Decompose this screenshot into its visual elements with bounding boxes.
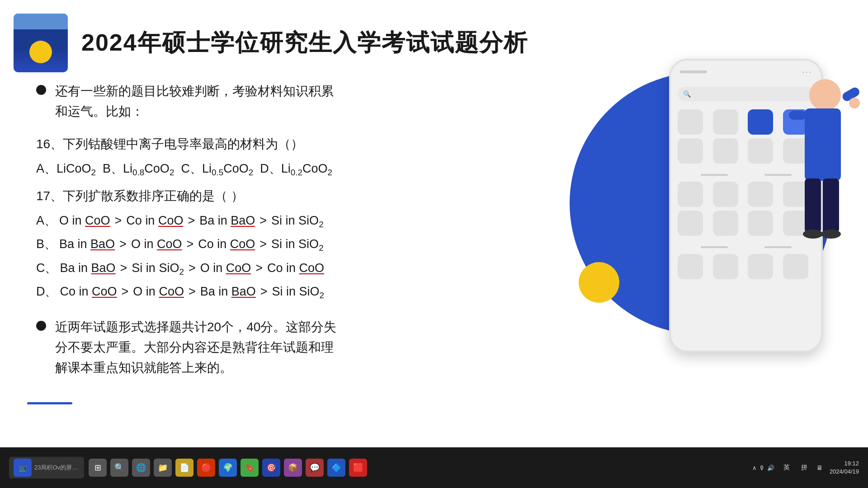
page-title: 2024年硕士学位研究生入学考试试题分析	[81, 27, 528, 59]
illustration: ··· 🔍	[529, 45, 868, 389]
app-icon-7	[748, 138, 773, 164]
taskbar-icon-2[interactable]: 🔍	[110, 459, 128, 477]
taskbar-icon-9[interactable]: 🎯	[262, 459, 280, 477]
option-c-gt2: >	[189, 257, 196, 280]
person-figure	[771, 68, 861, 339]
date-display: 2024/04/19	[830, 468, 859, 476]
option-c-gt1: >	[120, 257, 127, 280]
tray-mic-icon[interactable]: 🎙	[759, 465, 765, 471]
q16-options: A、LiCoO2 B、Li0.8CoO2 C、Li0.5CoO2 D、Li0.2…	[36, 157, 344, 181]
q16-label: 16、下列钴酸锂中离子电导率最高的材料为（）	[36, 136, 344, 153]
bullet-1-text: 还有一些新的题目比较难判断，考验材料知识积累和运气。比如：	[55, 81, 344, 122]
phone-sep-3	[701, 246, 728, 248]
bullet-2: 近两年试题形式选择题共计20个，40分。这部分失分不要太严重。大部分内容还是熟背…	[36, 317, 344, 378]
logo-stripe	[14, 14, 68, 29]
main-content: 还有一些新的题目比较难判断，考验材料知识积累和运气。比如： 16、下列钴酸锂中离…	[0, 81, 371, 378]
option-b-part2: O in CoO	[131, 233, 182, 256]
taskbar-share-icon: 📺	[14, 459, 32, 477]
app-icon-9	[678, 182, 703, 207]
logo	[14, 14, 68, 72]
q17-label: 17、下列扩散系数排序正确的是（ ）	[36, 188, 344, 205]
app-icon-11	[748, 182, 773, 207]
app-icon-3	[748, 109, 773, 135]
taskbar-icon-3[interactable]: 🌐	[132, 459, 150, 477]
taskbar-icons-row: ⊞ 🔍 🌐 📁 📄 🔴 🌍 🔖 🎯 📦 💬 🔷 🟥	[89, 459, 367, 477]
taskbar-icon-5[interactable]: 📄	[175, 459, 193, 477]
taskbar-right: ∧ 🎙 🔊 英 拼 🖥 19:12 2024/04/19	[752, 460, 859, 476]
taskbar: 📺 23局积Ov的屏幕共享 ⊞ 🔍 🌐 📁 📄 🔴 🌍 🔖 🎯 📦 💬 🔷 🟥 …	[0, 447, 868, 488]
app-icon-14	[713, 211, 738, 236]
svg-point-8	[849, 98, 860, 108]
option-d-gt1: >	[122, 280, 129, 303]
app-icon-15	[748, 211, 773, 236]
option-c: C、 Ba in BaO > Si in SiO2 > O in CoO > C…	[36, 257, 344, 280]
system-tray: ∧ 🎙 🔊	[752, 465, 774, 471]
taskbar-icon-7[interactable]: 🌍	[219, 459, 237, 477]
display-icon[interactable]: 🖥	[816, 464, 823, 471]
app-icon-17	[678, 254, 703, 279]
option-d-gt3: >	[260, 280, 268, 303]
lang-zh[interactable]: 拼	[799, 463, 810, 473]
option-b-label: B、	[36, 233, 57, 256]
option-c-gt3: >	[255, 257, 263, 280]
option-a-part1: O in CoO	[59, 209, 110, 232]
taskbar-app-group-main[interactable]: 📺 23局积Ov的屏幕共享	[9, 457, 84, 479]
taskbar-left: 📺 23局积Ov的屏幕共享 ⊞ 🔍 🌐 📁 📄 🔴 🌍 🔖 🎯 📦 💬 🔷 🟥	[9, 457, 367, 479]
option-d-part4: Si in SiO2	[272, 280, 325, 304]
phone-notch	[680, 70, 707, 73]
option-b-gt3: >	[259, 233, 267, 256]
svg-point-7	[821, 230, 841, 239]
taskbar-icon-13[interactable]: 🟥	[349, 459, 367, 477]
phone-sep-1	[701, 174, 728, 176]
taskbar-icon-4[interactable]: 📁	[154, 459, 172, 477]
q17-options: A、 O in CoO > Co in CoO > Ba in BaO > Si…	[36, 209, 344, 304]
option-b-gt1: >	[119, 233, 127, 256]
tray-speaker-icon[interactable]: 🔊	[767, 465, 774, 471]
taskbar-icon-1[interactable]: ⊞	[89, 459, 107, 477]
svg-rect-5	[823, 178, 839, 233]
app-icon-10	[713, 182, 738, 207]
taskbar-icon-8[interactable]: 🔖	[241, 459, 259, 477]
taskbar-icon-10[interactable]: 📦	[284, 459, 302, 477]
taskbar-icon-6[interactable]: 🔴	[197, 459, 215, 477]
option-c-part2: Si in SiO2	[132, 257, 184, 280]
yellow-ball	[579, 262, 619, 303]
option-c-part4: Co in CoO	[267, 257, 324, 280]
option-c-part3: O in CoO	[200, 257, 251, 280]
taskbar-share-label: 23局积Ov的屏幕共享	[34, 464, 80, 472]
option-d-part3: Ba in BaO	[200, 280, 256, 303]
question-16: 16、下列钴酸锂中离子电导率最高的材料为（） A、LiCoO2 B、Li0.8C…	[36, 136, 344, 181]
option-a-part2: Co in CoO	[126, 209, 183, 232]
option-a-gt3: >	[259, 209, 267, 232]
option-a: A、 O in CoO > Co in CoO > Ba in BaO > Si…	[36, 209, 344, 233]
app-icon-1	[678, 109, 703, 135]
phone-search-icon: 🔍	[683, 90, 691, 98]
option-b-gt2: >	[186, 233, 193, 256]
tray-chevron[interactable]: ∧	[752, 465, 757, 471]
app-icon-5	[678, 138, 703, 164]
option-a-part4: Si in SiO2	[271, 209, 324, 233]
option-d-gt2: >	[189, 280, 196, 303]
taskbar-icon-12[interactable]: 🔷	[327, 459, 345, 477]
bottom-accent-bar	[27, 402, 72, 404]
option-c-part1: Ba in BaO	[60, 257, 116, 280]
option-a-label: A、	[36, 209, 57, 232]
app-icon-6	[713, 138, 738, 164]
svg-rect-1	[805, 108, 841, 181]
bullet-dot-2	[36, 321, 46, 331]
question-17: 17、下列扩散系数排序正确的是（ ） A、 O in CoO > Co in C…	[36, 188, 344, 304]
app-icon-18	[713, 254, 738, 279]
svg-point-0	[809, 79, 841, 111]
svg-rect-4	[805, 178, 821, 233]
lang-en[interactable]: 英	[781, 463, 792, 473]
app-icon-2	[713, 109, 738, 135]
option-d-part1: Co in CoO	[60, 280, 117, 303]
taskbar-icon-11[interactable]: 💬	[306, 459, 324, 477]
datetime-display: 19:12 2024/04/19	[830, 460, 859, 476]
option-d-part2: O in CoO	[133, 280, 184, 303]
svg-point-6	[803, 230, 823, 239]
option-b-part4: Si in SiO2	[271, 233, 324, 256]
slide: 2024年硕士学位研究生入学考试试题分析 还有一些新的题目比较难判断，考验材料知…	[0, 0, 868, 447]
option-b: B、 Ba in BaO > O in CoO > Co in CoO > Si…	[36, 233, 344, 256]
option-b-part3: Co in CoO	[198, 233, 255, 256]
